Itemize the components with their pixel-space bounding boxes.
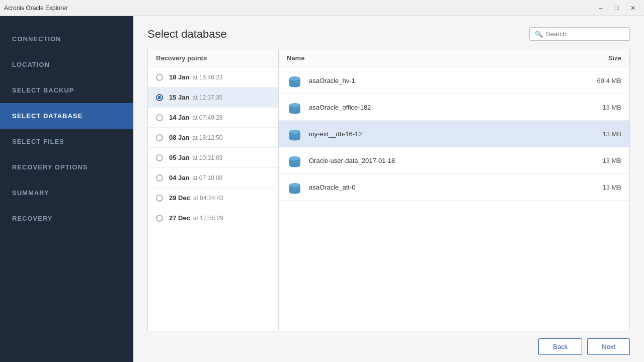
database-size: 13 MB [581,184,621,191]
database-size: 13 MB [581,157,621,164]
database-icon [287,152,303,168]
db-size-header: Size [581,54,621,62]
recovery-item[interactable]: 05 Janat 10:31:09 [148,148,278,168]
recovery-item[interactable]: 27 Decat 17:58:29 [148,208,278,228]
database-panel: Name Size asaOracle_hv-169.4 MBasaOracle… [279,49,629,331]
sidebar-item-select-files[interactable]: SELECT FILES [0,129,133,154]
titlebar: Acronis Oracle Explorer – □ ✕ [0,0,644,16]
database-item[interactable]: my-ext__db-16-1213 MB [279,121,629,147]
sidebar-item-select-database[interactable]: SELECT DATABASE [0,103,133,129]
main-content: Select database 🔍 Recovery points 18 Jan… [133,16,644,362]
search-input[interactable] [546,30,624,38]
sidebar: CONNECTIONLOCATIONSELECT BACKUPSELECT DA… [0,16,133,362]
recovery-item[interactable]: 14 Janat 07:49:28 [148,108,278,128]
database-list: asaOracle_hv-169.4 MBasaOracle_office-18… [279,67,629,331]
svg-point-10 [289,137,300,141]
minimize-button[interactable]: – [594,3,608,13]
database-icon [287,72,303,88]
recovery-radio [156,134,163,141]
recovery-item[interactable]: 08 Janat 18:12:50 [148,128,278,148]
next-button[interactable]: Next [587,338,630,355]
database-name: asaOracle_att-0 [309,184,581,191]
sidebar-item-summary[interactable]: SUMMARY [0,180,133,206]
footer: Back Next [133,331,644,362]
recovery-radio [156,114,163,121]
sidebar-item-recovery[interactable]: RECOVERY [0,206,133,231]
recovery-date: 08 Jan [169,134,189,141]
app-container: CONNECTIONLOCATIONSELECT BACKUPSELECT DA… [0,16,644,362]
recovery-date: 14 Jan [169,114,189,121]
search-box: 🔍 [529,27,630,41]
window-title: Acronis Oracle Explorer [4,5,68,12]
database-item[interactable]: asaOracle_att-013 MB [279,174,629,201]
page-title: Select database [147,28,227,41]
database-icon [287,179,303,195]
recovery-list: 18 Janat 15:46:2315 Janat 12:37:3514 Jan… [148,67,278,331]
svg-point-19 [289,183,300,187]
database-icon [287,126,303,142]
recovery-points-header: Recovery points [148,49,278,67]
recovery-time: at 15:46:23 [192,74,222,81]
recovery-item[interactable]: 04 Janat 07:10:08 [148,168,278,188]
svg-point-3 [289,76,300,80]
svg-point-9 [289,134,300,137]
recovery-item[interactable]: 18 Janat 15:46:23 [148,67,278,87]
recovery-date: 15 Jan [169,94,189,101]
recovery-time: at 10:31:09 [192,154,222,161]
recovery-time: at 04:24:43 [193,195,223,202]
recovery-panel: Recovery points 18 Janat 15:46:2315 Jana… [148,49,279,331]
database-name: my-ext__db-16-12 [309,130,581,138]
search-icon: 🔍 [535,30,543,38]
svg-point-6 [289,111,300,114]
svg-point-1 [289,80,300,84]
database-list-header: Name Size [279,49,629,67]
recovery-time: at 12:37:35 [192,94,222,101]
sidebar-item-location[interactable]: LOCATION [0,52,133,77]
svg-point-11 [289,130,300,134]
maximize-button[interactable]: □ [610,3,624,13]
sidebar-item-recovery-options[interactable]: RECOVERY OPTIONS [0,154,133,180]
database-name: Oracle-user-data_2017-01-18 [309,157,581,164]
main-header: Select database 🔍 [133,16,644,49]
recovery-radio [156,215,163,222]
sidebar-item-select-backup[interactable]: SELECT BACKUP [0,77,133,103]
back-button[interactable]: Back [538,338,582,355]
svg-point-14 [289,164,300,167]
database-item[interactable]: asaOracle_office-18213 MB [279,94,629,121]
recovery-radio [156,195,163,202]
recovery-radio [156,94,163,101]
recovery-item[interactable]: 15 Janat 12:37:35 [148,87,278,108]
svg-point-7 [289,103,300,107]
svg-point-5 [289,107,300,111]
sidebar-item-connection[interactable]: CONNECTION [0,26,133,52]
recovery-date: 27 Dec [169,214,190,222]
recovery-date: 04 Jan [169,174,189,182]
database-size: 13 MB [581,130,621,138]
database-item[interactable]: Oracle-user-data_2017-01-1813 MB [279,147,629,174]
svg-point-2 [289,84,300,87]
svg-point-18 [289,191,300,194]
close-button[interactable]: ✕ [626,3,640,13]
recovery-date: 05 Jan [169,154,189,161]
db-name-header: Name [287,54,581,62]
svg-point-15 [289,156,300,160]
recovery-item[interactable]: 29 Decat 04:24:43 [148,188,278,208]
window-controls: – □ ✕ [594,3,640,13]
recovery-time: at 17:58:29 [193,215,223,222]
svg-point-13 [289,160,300,164]
recovery-radio [156,154,163,161]
database-name: asaOracle_office-182 [309,104,581,111]
recovery-time: at 18:12:50 [192,134,222,141]
recovery-time: at 07:49:28 [192,114,222,121]
recovery-radio [156,74,163,81]
recovery-time: at 07:10:08 [192,174,222,182]
recovery-date: 18 Jan [169,73,189,81]
database-item[interactable]: asaOracle_hv-169.4 MB [279,67,629,94]
database-size: 13 MB [581,104,621,111]
database-icon [287,99,303,115]
database-size: 69.4 MB [581,77,621,84]
recovery-date: 29 Dec [169,194,190,202]
database-name: asaOracle_hv-1 [309,77,581,84]
svg-point-17 [289,187,300,191]
recovery-radio [156,174,163,182]
